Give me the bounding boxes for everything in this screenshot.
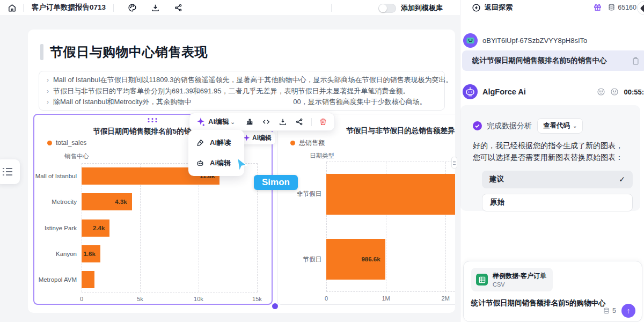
credits-coins-icon: [608, 3, 616, 11]
chart-title: 节假日与非节假日的总销售额差异: [346, 126, 455, 136]
category-label: Metropol AVM: [34, 276, 82, 283]
download-icon[interactable]: [279, 118, 287, 126]
bar-track: 1.6k: [82, 241, 258, 267]
resize-handle[interactable]: [272, 303, 278, 309]
bar-Istinye Park[interactable]: 2.4k: [82, 219, 109, 237]
back-to-explore-button[interactable]: 返回探索: [472, 3, 513, 12]
scrollbar-handle[interactable]: [451, 157, 457, 169]
drag-handle-icon[interactable]: [148, 118, 158, 122]
y-axis-label: 销售中心: [64, 152, 89, 160]
legend-dot: [290, 141, 295, 145]
collaborator-cursor-icon: [234, 157, 250, 174]
share-icon[interactable]: [295, 118, 304, 126]
ai-message-header: AlgForce Ai 00:55:: [463, 84, 644, 99]
code-icon[interactable]: [262, 118, 270, 126]
ai-reply-text: 好的，我已经根据您的指令生成了新的图表，您可以选择是否需要用新图表替换原始图表：: [473, 140, 630, 164]
chat-panel: 返回探索 65160 oBYiT6iUpf-67SzbZVYY8pH8sITo …: [460, 0, 644, 322]
chart-legend[interactable]: 总销售额: [290, 138, 325, 148]
category-label: Metrocity: [34, 199, 82, 205]
bar-节假日[interactable]: 986.6k: [326, 239, 385, 280]
page-title: 节假日与购物中心销售表现: [50, 43, 208, 61]
bar-Kanyon[interactable]: 1.6k: [82, 245, 100, 262]
x-tick-label: 0: [80, 296, 83, 302]
user-name: oBYiT6iUpf-67SzbZVYY8pH8sITo: [482, 36, 587, 45]
bar-非节假日[interactable]: [326, 174, 455, 215]
x-axis-ticks: 05k10k15k: [82, 296, 258, 303]
plot-area: Mall of Istanbul11.8kMetrocity4.3kIstiny…: [34, 163, 258, 292]
arrow-up-icon: ↑: [627, 306, 631, 315]
x-tick-label: 1M: [382, 295, 390, 302]
chart-type-icon[interactable]: [245, 118, 254, 126]
divider: [23, 4, 24, 12]
copy-icon[interactable]: [632, 56, 640, 65]
chart-legend[interactable]: total_sales: [47, 139, 86, 147]
ai-edit-button[interactable]: Ai编辑: [208, 117, 229, 127]
datasource-icon: [603, 307, 610, 314]
chart2-toolbar-fragment[interactable]: Ai编辑: [239, 132, 275, 144]
ai-message-card: 完成数据分析 查看代码 ⌄ 好的，我已经根据您的指令生成了新的图表，您可以选择是…: [460, 105, 640, 211]
category-label: Kanyon: [34, 251, 82, 257]
bar-track: [82, 267, 258, 292]
insight-line: › Mall of Istanbul在节假日期间以11809.3的销售额遥遥领先…: [47, 75, 437, 86]
menu-item-ai-interpret[interactable]: Ai解读: [188, 133, 244, 153]
send-button[interactable]: ↑: [621, 304, 635, 318]
gift-icon[interactable]: [593, 3, 602, 12]
insight-line: › 节假日与非节假日的平均客单价分别为691.39和691.95，二者几乎无差异…: [47, 86, 437, 97]
list-icon: [3, 167, 13, 177]
bar-value-label: 2.4k: [93, 225, 109, 231]
report-canvas: 节假日与购物中心销售表现 › Mall of Istanbul在节假日期间以11…: [0, 15, 460, 322]
chart-row: Metrocity4.3k: [34, 189, 258, 215]
attached-file-chip[interactable]: 样例数据-客户订单 CSV: [471, 268, 553, 291]
view-code-button[interactable]: 查看代码 ⌄: [537, 118, 583, 134]
chevron-down-icon: ⌄: [230, 119, 235, 126]
chart-row: Istinye Park2.4k: [34, 215, 258, 240]
theme-palette-icon[interactable]: [128, 3, 137, 12]
back-arrow-icon: [472, 3, 481, 12]
bar-track: 2.4k: [82, 215, 258, 240]
insights-box: › Mall of Istanbul在节假日期间以11809.3的销售额遥遥领先…: [39, 71, 445, 111]
chart-row: Kanyon1.6k: [34, 241, 258, 267]
divider: [331, 4, 332, 12]
add-to-template-label: 添加到模板库: [401, 3, 443, 13]
add-to-template-toggle[interactable]: [378, 4, 396, 13]
feedback-frown-icon[interactable]: [610, 87, 619, 96]
chart-row: 非节假日: [277, 162, 455, 227]
chart-row: Metropol AVM: [34, 267, 258, 292]
x-axis-ticks: 01M2M: [326, 295, 455, 303]
y-axis-label: 日期类型: [310, 152, 334, 160]
outline-panel-tab[interactable]: [0, 159, 20, 184]
x-tick-label: 15k: [252, 296, 262, 302]
option-suggested-button[interactable]: 建议 ✓: [482, 171, 633, 188]
feedback-smile-icon[interactable]: [597, 87, 605, 96]
category-label: Istinye Park: [34, 225, 82, 231]
chat-input-card: 样例数据-客户订单 CSV 统计节假日期间销售额排名前5的购物中心 5 ↑: [463, 261, 642, 322]
option-original-button[interactable]: 原始: [482, 194, 633, 211]
bar-Metrocity[interactable]: 4.3k: [82, 193, 132, 210]
bar-value-label: 986.6k: [361, 256, 385, 262]
x-tick-label: 2M: [442, 295, 450, 302]
ai-avatar: [463, 84, 478, 99]
heading-accent-bar: [40, 44, 43, 60]
x-tick-label: 5k: [137, 296, 143, 302]
bar-track: [326, 162, 455, 227]
csv-file-icon: [476, 274, 488, 286]
profile-badge-clipped[interactable]: [637, 1, 644, 15]
bar-Metropol AVM[interactable]: [82, 271, 94, 288]
bar-value-label: 4.3k: [115, 199, 131, 205]
file-name: 样例数据-客户订单: [493, 272, 546, 281]
collaborator-name-tag: Simon: [254, 175, 298, 190]
chart-card-holiday-diff[interactable]: 节假日与非节假日的总销售额差异 总销售额 日期类型 非节假日节假日986.6k …: [277, 114, 455, 305]
document-title: 客户订单数据报告0713: [32, 3, 106, 12]
download-icon[interactable]: [151, 3, 160, 12]
category-label: 节假日: [277, 255, 326, 264]
share-icon[interactable]: [174, 3, 183, 12]
top-toolbar: 客户订单数据报告0713 添加到模板库: [0, 0, 460, 15]
bar-track: 4.3k: [82, 189, 258, 215]
delete-icon[interactable]: [319, 118, 327, 126]
category-label: 非节假日: [277, 190, 326, 198]
user-message-bubble: 统计节假日期间销售额排名前5的销售中心: [462, 50, 644, 71]
elapsed-timer: 00:55:: [624, 88, 644, 96]
user-message-text: 统计节假日期间销售额排名前5的销售中心: [472, 56, 632, 65]
home-icon[interactable]: [8, 3, 17, 12]
divider: [113, 4, 114, 12]
